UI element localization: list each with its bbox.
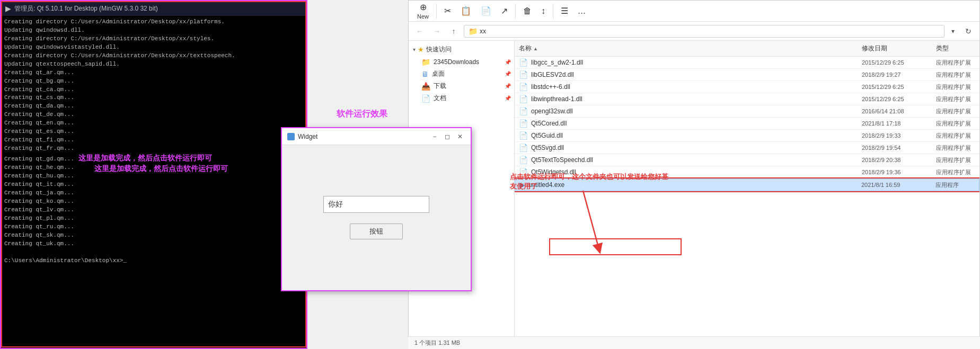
table-row[interactable]: 📄 libstdc++-6.dll 2015/12/29 6:25 应用程序扩展	[515, 81, 979, 93]
file-type: 应用程序扩展	[932, 130, 979, 141]
cmd-line: Creating qt_he.qm...	[4, 164, 303, 172]
cmd-window[interactable]: ▶ 管理员: Qt 5.10.1 for Desktop (MinGW 5.3.…	[0, 0, 307, 349]
sidebar-item-label: 下载	[434, 82, 446, 91]
delete-button[interactable]: 🗑	[519, 4, 536, 18]
file-date: 2016/6/14 21:08	[858, 106, 932, 116]
sidebar-item-docs[interactable]: 📄 文档 📌	[409, 92, 514, 104]
table-row[interactable]: 📄 Qt5Svgd.dll 2018/2/9 19:54 应用程序扩展	[515, 142, 979, 154]
file-type: 应用程序	[931, 180, 979, 191]
widget-button[interactable]: 按钮	[350, 223, 403, 239]
cmd-icon: ▶	[5, 4, 11, 13]
file-name: libGLESV2d.dll	[531, 71, 574, 78]
up-button[interactable]: ↑	[447, 24, 461, 38]
file-type: 应用程序扩展	[932, 69, 979, 80]
sidebar-item-downloads[interactable]: 📁 2345Downloads 📌	[409, 56, 514, 68]
move-button[interactable]: ↕	[537, 4, 550, 18]
file-type: 应用程序扩展	[932, 155, 979, 166]
widget-button-label: 按钮	[369, 227, 383, 236]
quick-access-header[interactable]: ▾ ★ 快速访问	[409, 43, 514, 56]
widget-title-left: Widget	[287, 133, 317, 140]
table-row[interactable]: 📄 opengl32sw.dll 2016/6/14 21:08 应用程序扩展	[515, 105, 979, 118]
file-type: 应用程序扩展	[932, 94, 979, 105]
file-name: Qt5Guid.dll	[531, 132, 563, 139]
file-name-cell: 📄 libGLESV2d.dll	[515, 69, 858, 80]
cmd-line: Creating qt_es.qm...	[4, 128, 303, 136]
cmd-line: Creating directory C:/Users/Administrato…	[4, 18, 303, 26]
maximize-button[interactable]: ◻	[442, 131, 453, 142]
cmd-line: Updating qwindowsvistastyled.dll.	[4, 43, 303, 52]
file-date: 2015/12/29 6:25	[858, 94, 932, 104]
file-name-cell: 📄 libstdc++-6.dll	[515, 81, 858, 93]
file-date: 2018/2/9 19:27	[858, 70, 932, 79]
cmd-line: Updating qtexttospeech_sapid.dll.	[4, 60, 303, 69]
widget-textbox[interactable]: 你好	[323, 196, 429, 213]
explorer-toolbar: ⊕ New ✂ 📋 📄 ↗ 🗑 ↕ ☰ ...	[409, 1, 979, 22]
widget-app-icon	[287, 133, 295, 140]
column-type[interactable]: 类型	[932, 43, 979, 54]
file-name-cell: 📄 opengl32sw.dll	[515, 105, 858, 117]
dll-icon: 📄	[519, 156, 528, 164]
cut-button[interactable]: ✂	[440, 4, 455, 18]
address-dropdown[interactable]: ▾	[948, 25, 958, 38]
cmd-prompt: C:\Users\Administrator\Desktop\xx>_	[4, 257, 303, 265]
file-type: 应用程序扩展	[932, 57, 979, 68]
cmd-line: Creating qt_en.qm...	[4, 119, 303, 128]
sidebar-item-label: 2345Downloads	[434, 58, 479, 66]
file-type: 应用程序扩展	[932, 106, 979, 117]
share-button[interactable]: ↗	[497, 4, 512, 18]
widget-textbox-value: 你好	[328, 200, 343, 209]
table-row[interactable]: 📄 libwinpthread-1.dll 2015/12/29 6:25 应用…	[515, 93, 979, 105]
minimize-button[interactable]: −	[429, 131, 440, 142]
toolbar-separator3	[553, 4, 553, 19]
path-text: xx	[480, 28, 486, 35]
table-row[interactable]: ▶ untitled4.exe 2021/8/1 16:59 应用程序	[515, 178, 979, 191]
more-button[interactable]: ...	[573, 3, 590, 19]
table-row[interactable]: 📄 Qt5Widgetsd.dll 2018/2/9 19:36 应用程序扩展	[515, 166, 979, 178]
view-button[interactable]: ☰	[557, 4, 572, 18]
explorer-body: ▾ ★ 快速访问 📁 2345Downloads 📌 🖥 桌面 📌 📥 下载 📌…	[409, 41, 979, 348]
close-button[interactable]: ✕	[455, 131, 465, 142]
refresh-button[interactable]: ↻	[961, 24, 975, 38]
file-type: 应用程序扩展	[932, 82, 979, 93]
widget-window[interactable]: Widget − ◻ ✕ 你好 按钮	[281, 127, 472, 291]
paste-button[interactable]: 📄	[476, 4, 496, 18]
cmd-line: Updating qwindowsd.dll.	[4, 26, 303, 35]
forward-button[interactable]: →	[430, 24, 444, 38]
table-row[interactable]: 📄 Qt5TextToSpeechd.dll 2018/2/9 20:38 应用…	[515, 154, 979, 166]
dll-icon: 📄	[519, 95, 528, 103]
file-name: libstdc++-6.dll	[531, 83, 570, 91]
back-button[interactable]: ←	[413, 24, 427, 38]
table-row[interactable]: 📄 libGLESV2d.dll 2018/2/9 19:27 应用程序扩展	[515, 69, 979, 81]
table-row[interactable]: 📄 libgcc_s_dw2-1.dll 2015/12/29 6:25 应用程…	[515, 57, 979, 69]
file-name-cell: 📄 Qt5Cored.dll	[515, 118, 858, 129]
file-date: 2018/2/9 20:38	[858, 155, 932, 165]
download-icon: 📥	[421, 82, 430, 91]
column-name[interactable]: 名称 ▲	[515, 43, 858, 54]
file-name-cell: 📄 Qt5Widgetsd.dll	[515, 166, 858, 178]
cmd-content[interactable]: Creating directory C:/Users/Administrato…	[1, 16, 306, 348]
widget-title-controls: − ◻ ✕	[429, 131, 465, 142]
address-path[interactable]: 📁 xx	[464, 25, 944, 38]
file-date: 2018/2/9 19:33	[858, 131, 932, 140]
column-date[interactable]: 修改日期	[858, 43, 932, 54]
dll-icon: 📄	[519, 119, 528, 128]
cmd-line: Creating qt_fr.qm...	[4, 145, 303, 153]
file-name-cell: 📄 libgcc_s_dw2-1.dll	[515, 57, 858, 68]
file-date: 2021/8/1 16:59	[857, 180, 931, 190]
annotation-run-effect: 软件运行效果	[337, 109, 387, 120]
dll-icon: 📄	[519, 83, 528, 91]
sidebar-item-dl[interactable]: 📥 下载 📌	[409, 80, 514, 92]
toolbar-separator2	[515, 4, 516, 19]
table-row[interactable]: 📄 Qt5Guid.dll 2018/2/9 19:33 应用程序扩展	[515, 130, 979, 142]
cmd-line	[4, 248, 303, 257]
table-row[interactable]: 📄 Qt5Cored.dll 2021/8/1 17:18 应用程序扩展	[515, 118, 979, 130]
new-button[interactable]: ⊕ New	[413, 0, 433, 22]
pin-icon: 📌	[505, 59, 511, 65]
cmd-line: Creating qt_bg.qm...	[4, 77, 303, 86]
dll-icon: 📄	[519, 144, 528, 152]
cmd-line: Creating directory C:/Users/Administrato…	[4, 52, 303, 60]
dll-icon: 📄	[519, 70, 528, 79]
statusbar-text: 1 个项目 1.31 MB	[414, 339, 460, 347]
sidebar-item-desktop[interactable]: 🖥 桌面 📌	[409, 68, 514, 80]
copy-button[interactable]: 📋	[456, 4, 475, 18]
